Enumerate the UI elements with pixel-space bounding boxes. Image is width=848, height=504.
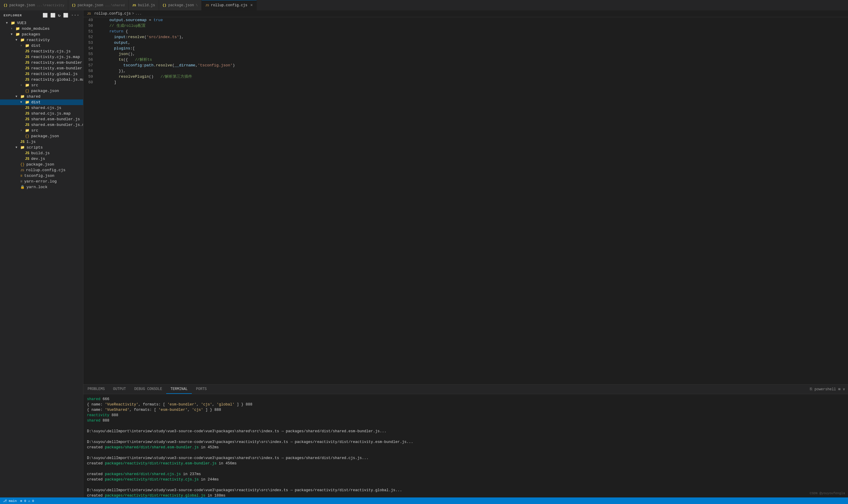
line-number: 55: [83, 51, 98, 57]
tab-rollup-config[interactable]: JS rollup.config.cjs ×: [202, 0, 257, 11]
sidebar-item-dist-reactivity[interactable]: › 📁 dist: [0, 43, 83, 49]
sidebar-item-reactivity[interactable]: ▼ 📁 reactivity: [0, 37, 83, 43]
panel-layout-icon[interactable]: ⊞: [838, 387, 841, 392]
sidebar-item-pkg-root[interactable]: {} package.json: [0, 162, 83, 167]
sidebar-item-shared-cjs-map[interactable]: JS shared.cjs.js.map: [0, 111, 83, 116]
sidebar-item-label: reactivity.cjs.js: [31, 49, 71, 54]
json-file-icon: {}: [25, 89, 29, 93]
explorer-title: EXPLORER: [4, 14, 22, 17]
code-line-56: 56 ts({ //解析ts: [83, 57, 848, 62]
sidebar-item-pkg-reactivity[interactable]: {} package.json: [0, 88, 83, 94]
sidebar-item-shared-cjs[interactable]: JS shared.cjs.js: [0, 105, 83, 111]
folder-icon: 📁: [16, 32, 20, 37]
sidebar-item-label: scripts: [26, 145, 43, 150]
sidebar-item-yarn-error[interactable]: ≡ yarn-error.log: [0, 179, 83, 184]
sidebar-item-shared-esm[interactable]: JS shared.esm-bundler.js: [0, 116, 83, 122]
line-number: 50: [83, 23, 98, 29]
js-file-icon: JS: [25, 117, 29, 122]
line-content: ]: [98, 79, 848, 85]
sidebar-item-vue3[interactable]: ▼ 📁 VUE3: [0, 20, 83, 26]
tab-terminal[interactable]: TERMINAL: [166, 385, 192, 394]
line-content: return {: [98, 29, 848, 34]
sidebar-item-dist-shared[interactable]: ▼ 📁 dist: [0, 100, 83, 105]
sidebar-item-reactivity-global[interactable]: JS reactivity.global.js: [0, 71, 83, 77]
tab-problems-label: PROBLEMS: [88, 387, 105, 391]
line-content: }),: [98, 68, 848, 74]
sidebar-item-label: src: [31, 83, 38, 88]
tab-path: ...\reactivity: [37, 4, 64, 7]
sidebar-item-reactivity-cjs[interactable]: JS reactivity.cjs.js: [0, 49, 83, 54]
tab-debug-console[interactable]: DEBUG CONSOLE: [130, 385, 166, 394]
sidebar-item-label: shared.cjs.js.map: [31, 111, 71, 116]
bottom-panel: PROBLEMS OUTPUT DEBUG CONSOLE TERMINAL P…: [83, 384, 848, 498]
tab-package-root[interactable]: {} package.json \: [159, 0, 202, 11]
new-file-icon[interactable]: ⬜: [42, 13, 48, 18]
line-content: // 生成rollup配置: [98, 23, 848, 29]
code-line-49: 49 output.sourcemap = true: [83, 17, 848, 23]
sidebar-item-scripts[interactable]: ▼ 📁 scripts: [0, 145, 83, 150]
refresh-icon[interactable]: ↻: [58, 13, 61, 18]
sidebar-item-1js[interactable]: JS 1.js: [0, 139, 83, 145]
sidebar-item-label: dist: [31, 43, 40, 48]
folder-icon: 📁: [25, 43, 30, 48]
tab-close-icon[interactable]: ×: [250, 3, 252, 8]
tab-ports[interactable]: PORTS: [192, 385, 211, 394]
powershell-label[interactable]: powershell: [815, 387, 836, 392]
sidebar-item-packages[interactable]: ▼ 📁 packages: [0, 32, 83, 37]
terminal-line: D:\suyou\dellImport\interview\study\vue3…: [87, 439, 844, 445]
sidebar-item-yarn-lock[interactable]: 🔒 yarn.lock: [0, 184, 83, 190]
sidebar-item-node-modules[interactable]: › 📁 node_modules: [0, 26, 83, 32]
tab-package-reactivity[interactable]: {} package.json ...\reactivity: [0, 0, 68, 11]
json-icon: {}: [4, 4, 7, 7]
sidebar-item-rollup[interactable]: JS rollup.config.cjs: [0, 167, 83, 173]
tab-output[interactable]: OUTPUT: [109, 385, 130, 394]
sidebar-item-reactivity-esm[interactable]: JS reactivity.esm-bundler.js: [0, 60, 83, 66]
collapse-icon[interactable]: ⬜: [63, 13, 69, 18]
sidebar-item-src-reactivity[interactable]: › 📁 src: [0, 83, 83, 88]
chevron-down-icon: ▼: [6, 21, 11, 25]
tab-label: build.js: [138, 3, 155, 7]
panel-chevron-down-icon[interactable]: ∨: [843, 387, 845, 392]
sidebar-item-shared[interactable]: ▼ 📁 shared: [0, 94, 83, 100]
sidebar-item-shared-esm-map[interactable]: JS shared.esm-bundler.js.map: [0, 122, 83, 128]
line-number: 60: [83, 79, 98, 85]
sidebar-item-label: shared.esm-bundler.js: [31, 117, 80, 122]
terminal-line: shared 888: [87, 418, 844, 423]
cjs-file-icon: JS: [20, 168, 24, 172]
terminal-line: created packages/shared/dist/shared.cjs.…: [87, 471, 844, 477]
tab-package-shared[interactable]: {} package.json ...\shared: [68, 0, 129, 11]
sidebar-item-build-js[interactable]: JS build.js: [0, 150, 83, 156]
sidebar-item-reactivity-cjs-map[interactable]: JS reactivity.cjs.js.map: [0, 54, 83, 60]
json-file-icon: {}: [25, 134, 29, 139]
dots-icon[interactable]: ···: [71, 13, 80, 18]
sidebar-item-src-shared[interactable]: › 📁 src: [0, 128, 83, 133]
sidebar-item-label: dist: [31, 100, 40, 105]
tab-path: ...\shared: [105, 4, 125, 7]
sidebar-item-tsconfig[interactable]: ≡ tsconfig.json: [0, 173, 83, 179]
tab-build-js[interactable]: JS build.js: [129, 0, 159, 11]
sidebar-item-dev-js[interactable]: JS dev.js: [0, 156, 83, 162]
chevron-right-icon: ›: [11, 27, 16, 30]
json-file-icon: {}: [20, 163, 24, 167]
sidebar-item-reactivity-esm-map[interactable]: JS reactivity.esm-bundler.js.map: [0, 66, 83, 71]
json-file-icon: ≡: [20, 174, 22, 178]
sidebar-item-label: reactivity: [26, 38, 50, 42]
sidebar-item-reactivity-global-map[interactable]: JS reactivity.global.js.map: [0, 77, 83, 83]
sidebar-item-pkg-shared[interactable]: {} package.json: [0, 133, 83, 139]
chevron-down-icon: ▼: [16, 146, 20, 149]
code-line-50: 50 // 生成rollup配置: [83, 23, 848, 29]
code-editor[interactable]: 49 output.sourcemap = true 50 // 生成rollu…: [83, 17, 848, 384]
new-folder-icon[interactable]: ⬜: [50, 13, 56, 18]
terminal-content[interactable]: shared 666 { name: 'VueReactivity', form…: [83, 394, 848, 498]
sidebar-item-label: reactivity.esm-bundler.js.map: [31, 66, 83, 71]
js-file-icon: JS: [20, 140, 24, 144]
term-text: shared: [87, 397, 103, 401]
line-number: 54: [83, 46, 98, 51]
tab-problems[interactable]: PROBLEMS: [83, 385, 109, 394]
folder-icon: 📁: [20, 145, 25, 150]
terminal-line: [87, 450, 844, 455]
split-terminal-icon[interactable]: ⎘: [810, 387, 812, 392]
line-number: 49: [83, 17, 98, 23]
line-content: resolvePlugin() //解析第三方插件: [98, 74, 848, 79]
js-file-icon: JS: [25, 66, 29, 71]
